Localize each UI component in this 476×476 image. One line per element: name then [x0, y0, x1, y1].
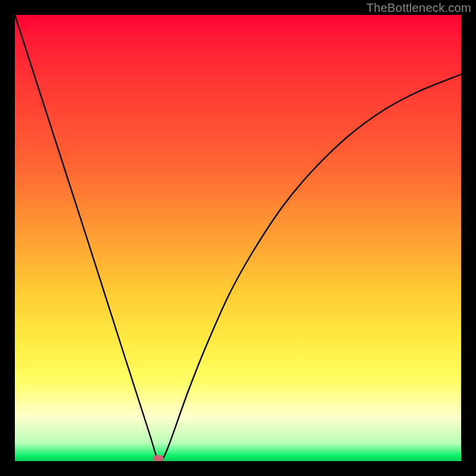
optimum-marker	[153, 455, 164, 461]
plot-area	[15, 15, 461, 461]
curve-layer	[15, 15, 461, 461]
watermark-text: TheBottleneck.com	[367, 1, 471, 15]
chart-stage: TheBottleneck.com	[0, 0, 476, 476]
bottleneck-curve	[15, 15, 461, 462]
